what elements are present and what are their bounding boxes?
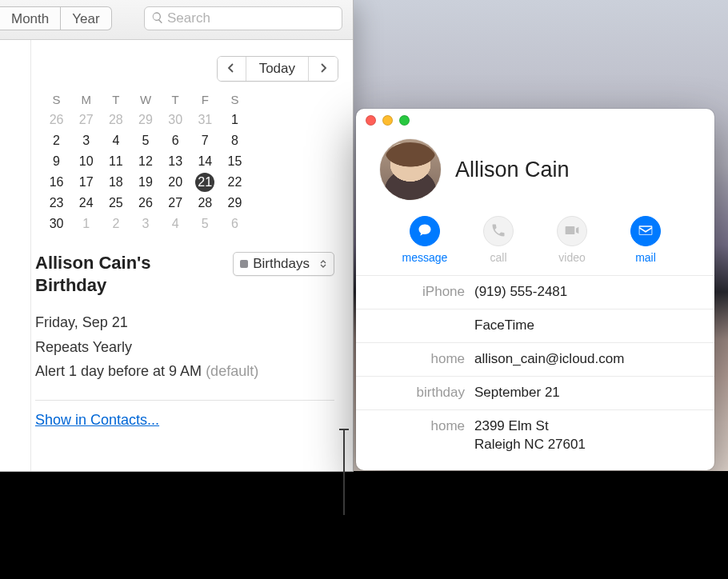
segment-year[interactable]: Year [61,6,111,30]
mini-cal-day[interactable]: 27 [161,193,190,214]
mini-cal-day[interactable]: 29 [220,193,250,214]
mini-cal-day[interactable]: 31 [190,110,220,130]
mini-cal-day[interactable]: 9 [42,151,71,172]
mini-cal-day[interactable]: 14 [190,151,220,172]
mini-cal-day[interactable]: 22 [220,172,250,193]
contact-row: home2399 Elm StRaleigh NC 27601 [356,410,714,461]
mini-cal-day[interactable]: 30 [161,110,190,130]
calendar-inspector: Today SMTWTFS 26272829303112345678910111… [35,40,353,471]
mini-cal-day[interactable]: 10 [71,151,101,172]
mini-cal-day[interactable]: 2 [101,214,130,234]
mini-cal-day[interactable]: 16 [42,172,71,193]
contact-row: homeallison_cain@icloud.com [356,343,714,377]
event-date: Friday, Sep 21 [35,310,334,335]
dow-header: M [71,93,101,110]
event-title: Allison Cain's Birthday [35,252,211,296]
window-minimize-button[interactable] [382,115,393,126]
mini-cal-day[interactable]: 7 [190,130,220,151]
mini-cal-day[interactable]: 17 [71,172,101,193]
contacts-card-window: Allison Cain message call video mail [356,109,714,470]
calendar-color-swatch [240,260,248,268]
mini-cal-day[interactable]: 19 [130,172,160,193]
mini-calendar[interactable]: SMTWTFS 26272829303112345678910111213141… [42,93,250,234]
mini-cal-day[interactable]: 25 [101,193,130,214]
mini-cal-day[interactable]: 6 [220,214,250,234]
mail-icon [638,222,654,241]
mini-cal-day[interactable]: 28 [190,193,220,214]
mini-cal-day[interactable]: 3 [71,130,101,151]
dow-header: S [220,93,250,110]
window-close-button[interactable] [366,115,376,126]
today-button[interactable]: Today [246,57,309,81]
mini-cal-day[interactable]: 4 [161,214,190,234]
dow-header: F [190,93,220,110]
mini-cal-day[interactable]: 4 [101,130,130,151]
mini-cal-day[interactable]: 27 [71,110,101,130]
footer-black-region [0,471,728,579]
contact-field-value[interactable]: allison_cain@icloud.com [474,350,624,369]
window-titlebar [356,109,714,131]
callout-leader-line [343,429,345,515]
contact-field-value[interactable]: FaceTime [474,317,534,335]
mini-cal-day[interactable]: 18 [101,172,130,193]
mini-cal-day[interactable]: 21 [190,172,220,193]
date-nav-group: Today [217,56,338,82]
calendar-picker[interactable]: Birthdays [233,252,334,276]
calendar-window: Month Year Today [0,0,354,472]
mini-cal-day[interactable]: 13 [161,151,190,172]
mini-cal-day[interactable]: 15 [220,151,250,172]
mini-cal-day[interactable]: 20 [161,172,190,193]
mini-cal-day[interactable]: 12 [130,151,160,172]
call-action[interactable]: call [470,216,527,264]
chevron-right-icon [319,61,327,77]
dow-header: S [42,93,71,110]
mini-cal-day[interactable]: 24 [71,193,101,214]
mini-cal-day[interactable]: 8 [220,130,250,151]
call-label: call [490,251,506,264]
mini-cal-day[interactable]: 1 [220,110,250,130]
mail-label: mail [635,251,656,264]
mail-action[interactable]: mail [617,216,674,264]
contact-fields: iPhone(919) 555-2481FaceTimehomeallison_… [356,275,714,461]
mini-cal-day[interactable]: 2 [42,130,71,151]
search-field[interactable] [144,6,342,30]
mini-cal-day[interactable]: 26 [42,110,71,130]
mini-cal-day[interactable]: 23 [42,193,71,214]
message-action[interactable]: message [396,216,454,264]
mini-cal-day[interactable]: 30 [42,214,71,234]
contact-field-value[interactable]: 2399 Elm StRaleigh NC 27601 [474,417,586,454]
mini-cal-day[interactable]: 28 [101,110,130,130]
next-button[interactable] [309,57,338,81]
show-in-contacts-link[interactable]: Show in Contacts... [35,412,159,428]
calendar-sidebar-divider [30,40,31,471]
mini-cal-day[interactable]: 5 [190,214,220,234]
mini-cal-day[interactable]: 11 [101,151,130,172]
mini-cal-day[interactable]: 6 [161,130,190,151]
calendar-toolbar: Month Year [0,0,353,40]
calendar-picker-label: Birthdays [253,256,310,272]
contact-field-label: iPhone [370,283,474,301]
mini-cal-day[interactable]: 29 [130,110,160,130]
view-segmented-control: Month Year [0,6,112,30]
mini-cal-day[interactable]: 3 [130,214,160,234]
contact-avatar [380,139,441,200]
event-repeat: Repeats Yearly [35,335,334,360]
event-alert: Alert 1 day before at 9 AM (default) [35,359,334,384]
video-action[interactable]: video [543,216,601,264]
segment-month[interactable]: Month [0,6,61,30]
event-divider [35,400,334,401]
search-input[interactable] [167,10,335,26]
prev-button[interactable] [218,57,246,81]
contact-row: birthdaySeptember 21 [356,377,714,410]
window-zoom-button[interactable] [399,115,410,126]
mini-cal-day[interactable]: 1 [71,214,101,234]
contact-field-value[interactable]: September 21 [474,384,560,402]
contact-field-value[interactable]: (919) 555-2481 [474,283,567,301]
dow-header: T [101,93,130,110]
mini-cal-day[interactable]: 5 [130,130,160,151]
contact-row: iPhone(919) 555-2481 [356,276,714,309]
contact-field-label: home [370,417,474,436]
updown-icon [314,256,327,272]
mini-cal-day[interactable]: 26 [130,193,160,214]
video-label: video [558,251,585,264]
